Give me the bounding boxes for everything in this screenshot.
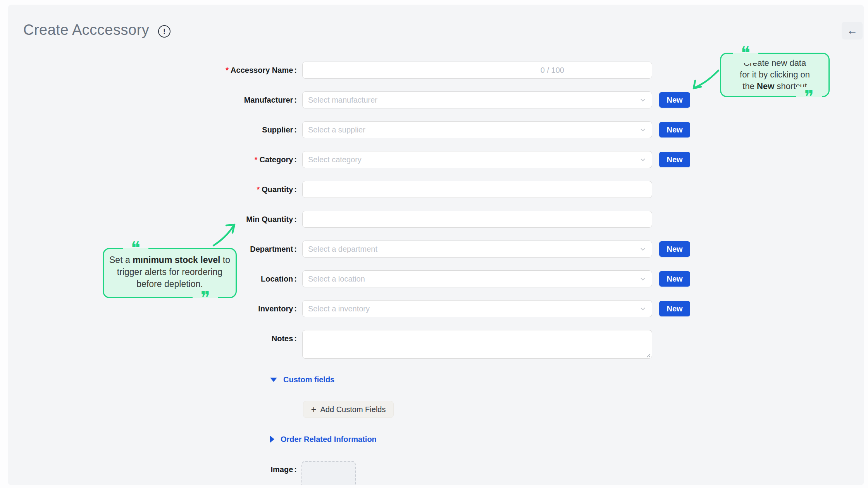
supplier-select[interactable]: Select a supplier [302, 121, 652, 138]
location-new-button[interactable]: New [659, 271, 690, 287]
image-label: Image: [116, 461, 297, 478]
arrow-left-icon: ← [847, 24, 858, 37]
chevron-down-icon [639, 96, 646, 103]
chevron-down-icon [639, 305, 646, 312]
department-new-button[interactable]: New [659, 241, 690, 257]
order-related-information-section-toggle[interactable]: Order Related Information [270, 435, 377, 444]
order-related-information-label: Order Related Information [281, 435, 377, 444]
open-quote-icon: ❝ [733, 43, 758, 63]
min-quantity-input[interactable] [302, 211, 652, 228]
required-marker: * [255, 155, 258, 164]
location-select[interactable]: Select a location [302, 270, 652, 287]
open-quote-icon: ❝ [123, 238, 148, 258]
chevron-down-icon [639, 126, 646, 133]
chevron-down-icon [639, 246, 646, 253]
caret-down-icon [270, 378, 277, 382]
chevron-down-icon [639, 275, 646, 282]
inventory-select[interactable]: Select a inventory [302, 300, 652, 317]
category-new-button[interactable]: New [659, 152, 690, 167]
char-counter: 0 / 100 [541, 62, 564, 79]
accessory-name-input[interactable] [302, 62, 652, 79]
exclamation-glyph: ! [163, 28, 165, 35]
inventory-new-button[interactable]: New [659, 301, 690, 316]
arrow-to-new-button [694, 70, 718, 88]
plus-icon: + [311, 405, 317, 414]
image-upload-dropzone[interactable]: + [301, 461, 356, 485]
custom-fields-section-toggle[interactable]: Custom fields [270, 375, 334, 384]
close-quote-icon: ❞ [193, 288, 218, 308]
chevron-down-icon [639, 156, 646, 163]
notes-textarea[interactable] [302, 330, 652, 359]
min-quantity-label: Min Quantity: [116, 211, 297, 228]
page-title: Create Acccessory [23, 22, 149, 38]
manufacturer-select[interactable]: Select manufacturer [302, 91, 652, 108]
accessory-name-label: *Accessory Name: [116, 62, 297, 79]
add-custom-fields-button[interactable]: + Add Custom Fields [303, 401, 394, 418]
required-marker: * [257, 185, 260, 194]
manufacturer-new-button[interactable]: New [659, 92, 690, 108]
category-select[interactable]: Select category [302, 151, 652, 168]
supplier-new-button[interactable]: New [659, 122, 690, 137]
caret-right-icon [270, 436, 274, 443]
manufacturer-label: Manufacturer: [116, 91, 297, 108]
exclamation-circle-icon[interactable]: ! [158, 25, 170, 38]
supplier-label: Supplier: [116, 121, 297, 138]
custom-fields-section-label: Custom fields [283, 375, 334, 384]
quantity-input[interactable] [302, 181, 652, 198]
back-button[interactable]: ← [842, 22, 863, 40]
required-marker: * [226, 66, 229, 74]
content-card: Create Acccessory ! ← *Accessory Name: 0… [8, 5, 864, 485]
notes-label: Notes: [116, 330, 297, 347]
close-quote-icon: ❞ [796, 87, 822, 107]
category-label: *Category: [116, 151, 297, 168]
plus-icon: + [325, 481, 332, 485]
department-select[interactable]: Select a department [302, 241, 652, 258]
quantity-label: *Quantity: [116, 181, 297, 198]
add-custom-fields-label: Add Custom Fields [320, 405, 386, 414]
